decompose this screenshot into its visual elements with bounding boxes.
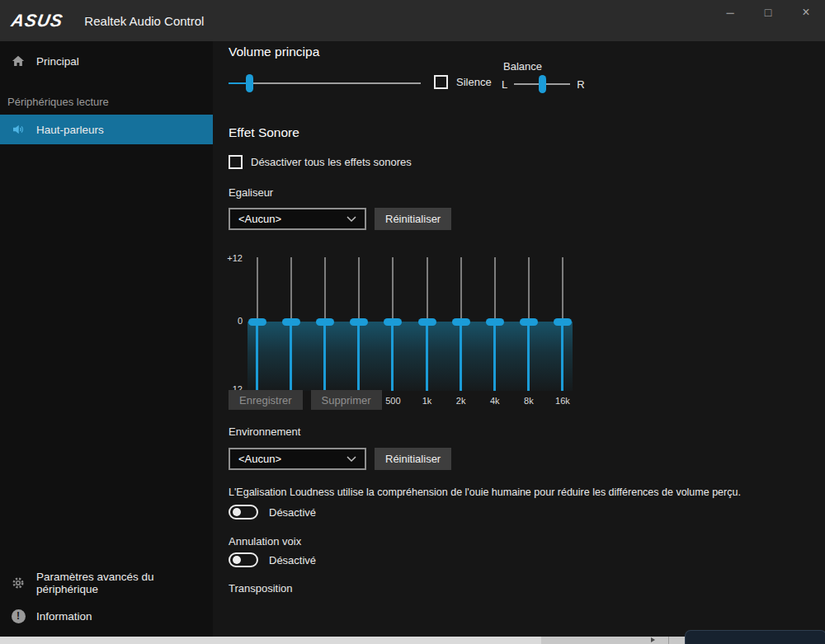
- info-icon: !: [11, 609, 26, 623]
- transposition-label: Transposition: [229, 582, 293, 595]
- toggle-knob: [233, 508, 241, 516]
- eq-band-8k[interactable]: 8k: [519, 257, 539, 391]
- equalizer-preset-buttons: Enregistrer Supprimer: [229, 390, 382, 410]
- environment-controls: <Aucun> Réinitialiser: [229, 448, 451, 470]
- equalizer-save-button[interactable]: Enregistrer: [229, 390, 303, 410]
- eq-track-upper: [257, 257, 258, 318]
- equalizer-controls: <Aucun> Réinitialiser: [229, 208, 451, 230]
- eq-frequency-label: 4k: [478, 396, 512, 406]
- chevron-down-icon: [346, 213, 356, 225]
- home-icon: [11, 54, 26, 68]
- scrollbar-thumb[interactable]: [0, 637, 541, 644]
- eq-band-handle[interactable]: [418, 318, 436, 326]
- close-button[interactable]: ×: [787, 0, 825, 25]
- eq-band-handle[interactable]: [554, 318, 572, 326]
- eq-track-lower: [527, 326, 530, 392]
- eq-frequency-label: 2k: [445, 396, 478, 406]
- equalizer-delete-button[interactable]: Supprimer: [311, 390, 382, 410]
- silence-control: Silence: [434, 75, 492, 89]
- loudness-control: Désactivé: [229, 505, 316, 519]
- eq-track-upper: [392, 257, 394, 318]
- eq-band-125[interactable]: 125: [315, 257, 335, 391]
- silence-label: Silence: [456, 76, 492, 88]
- main-content: Volume principa Silence Balance L R Effe…: [213, 41, 825, 637]
- eq-band-handle[interactable]: [452, 318, 470, 326]
- voice-cancellation-state-label: Désactivé: [269, 554, 316, 566]
- eq-track-lower: [290, 326, 292, 392]
- eq-track-lower: [460, 326, 462, 392]
- equalizer-plot: +12 0 -12 31621252505001k2k4k8k16k: [248, 257, 573, 391]
- background-window-corner: [685, 630, 825, 644]
- eq-band-2k[interactable]: 2k: [451, 257, 471, 391]
- volume-slider-track: [229, 82, 421, 84]
- minimize-button[interactable]: ─: [711, 0, 749, 25]
- sidebar-item-advanced-device-settings[interactable]: Paramètres avancés du périphérique: [0, 571, 213, 595]
- balance-control: L R: [502, 75, 585, 93]
- eq-track-upper: [324, 257, 326, 318]
- toggle-knob: [233, 556, 241, 564]
- voice-cancellation-toggle[interactable]: [229, 552, 258, 567]
- sidebar-item-information[interactable]: ! Information: [0, 604, 213, 628]
- sidebar-item-label: Information: [36, 610, 92, 623]
- eq-track-upper: [494, 257, 496, 318]
- equalizer-preset-value: <Aucun>: [238, 213, 281, 225]
- realtek-audio-control-window: ASUS Realtek Audio Control ─ □ × Princip…: [0, 0, 825, 644]
- eq-band-16k[interactable]: 16k: [553, 257, 573, 391]
- sidebar-bottom: Paramètres avancés du périphérique ! Inf…: [0, 571, 213, 637]
- eq-band-handle[interactable]: [248, 318, 266, 326]
- eq-frequency-label: 16k: [546, 396, 579, 406]
- eq-track-lower: [426, 326, 428, 392]
- volume-slider-handle[interactable]: [246, 74, 253, 92]
- eq-track-upper: [528, 257, 530, 318]
- sidebar-item-principal[interactable]: Principal: [0, 48, 213, 74]
- eq-band-500[interactable]: 500: [383, 257, 403, 391]
- loudness-toggle[interactable]: [229, 505, 258, 519]
- volume-slider[interactable]: [229, 74, 421, 92]
- eq-band-31[interactable]: 31: [248, 257, 267, 391]
- disable-all-effects-control: Désactiver tous les effets sonores: [229, 155, 412, 169]
- eq-band-handle[interactable]: [316, 318, 334, 326]
- eq-band-handle[interactable]: [384, 318, 402, 326]
- sidebar-item-speakers[interactable]: Haut-parleurs: [0, 115, 213, 144]
- equalizer-preset-dropdown[interactable]: <Aucun>: [229, 208, 366, 230]
- window-title: Realtek Audio Control: [84, 14, 204, 28]
- equalizer-label: Egaliseur: [229, 186, 273, 199]
- balance-slider-handle[interactable]: [539, 75, 546, 93]
- environment-reset-button[interactable]: Réinitialiser: [375, 448, 451, 470]
- eq-track-upper: [427, 257, 428, 318]
- balance-slider[interactable]: [514, 75, 570, 93]
- eq-band-250[interactable]: 250: [349, 257, 369, 391]
- eq-band-handle[interactable]: [282, 318, 300, 326]
- eq-bands: 31621252505001k2k4k8k16k: [248, 257, 573, 391]
- sidebar: Principal Périphériques lecture Haut-par…: [0, 41, 213, 637]
- eq-frequency-label: 8k: [512, 396, 545, 406]
- scrollbar-right-arrow-icon[interactable]: [651, 637, 655, 642]
- eq-band-62[interactable]: 62: [281, 257, 301, 391]
- sidebar-item-label: Principal: [36, 55, 79, 68]
- loudness-description: L'Egalisation Loudness utilise la compré…: [229, 487, 741, 498]
- asus-logo: ASUS: [10, 11, 65, 31]
- eq-band-handle[interactable]: [520, 318, 538, 326]
- sidebar-section-playback-devices: Périphériques lecture: [7, 96, 213, 108]
- eq-track-lower: [391, 326, 394, 392]
- eq-band-4k[interactable]: 4k: [485, 257, 505, 391]
- gear-icon: [11, 576, 26, 590]
- eq-band-1k[interactable]: 1k: [417, 257, 437, 391]
- eq-band-handle[interactable]: [486, 318, 504, 326]
- maximize-button[interactable]: □: [749, 0, 787, 25]
- eq-band-handle[interactable]: [350, 318, 368, 326]
- balance-right-label: R: [577, 78, 584, 91]
- titlebar: ASUS Realtek Audio Control ─ □ ×: [0, 0, 825, 41]
- silence-checkbox[interactable]: [434, 75, 448, 89]
- scrollbar-divider: [668, 637, 669, 644]
- disable-all-effects-checkbox[interactable]: [229, 155, 243, 169]
- environment-preset-dropdown[interactable]: <Aucun>: [229, 448, 366, 470]
- loudness-state-label: Désactivé: [269, 506, 316, 519]
- equalizer-reset-button[interactable]: Réinitialiser: [375, 208, 451, 230]
- environment-label: Environnement: [229, 425, 300, 438]
- eq-track-upper: [358, 257, 360, 318]
- sidebar-item-label: Haut-parleurs: [36, 124, 104, 136]
- eq-track-lower: [357, 326, 360, 392]
- eq-track-lower: [256, 326, 258, 392]
- sound-effect-section-title: Effet Sonore: [229, 125, 299, 140]
